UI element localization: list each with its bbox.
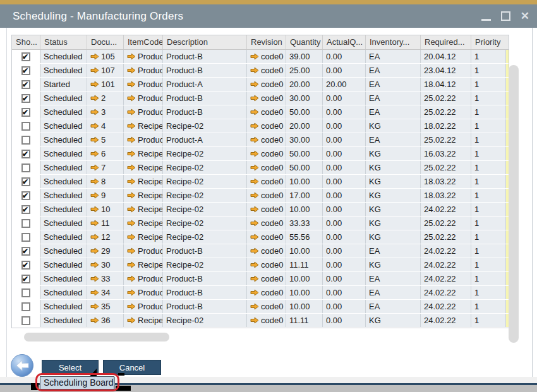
- link-arrow-icon[interactable]: [250, 247, 259, 254]
- row-checkbox[interactable]: ✔: [21, 122, 30, 131]
- table-row[interactable]: ✔ Scheduled 6 Recipe-02 Recipe-02 code0 …: [12, 147, 509, 161]
- link-arrow-icon[interactable]: [127, 81, 136, 88]
- link-arrow-icon[interactable]: [90, 95, 99, 102]
- row-checkbox[interactable]: ✔: [21, 316, 30, 325]
- table-row[interactable]: ✔ Scheduled 3 Product-B Product-B code0 …: [12, 105, 509, 119]
- link-arrow-icon[interactable]: [250, 164, 259, 171]
- link-arrow-icon[interactable]: [90, 164, 99, 171]
- link-arrow-icon[interactable]: [90, 234, 99, 241]
- link-arrow-icon[interactable]: [90, 247, 99, 254]
- link-arrow-icon[interactable]: [127, 261, 136, 268]
- table-row[interactable]: ✔ Scheduled 34 Product-B Product-B code0…: [12, 286, 509, 300]
- row-checkbox[interactable]: ✔: [21, 233, 30, 242]
- link-arrow-icon[interactable]: [250, 289, 259, 296]
- table-row[interactable]: ✔ Scheduled 8 Recipe-02 Recipe-02 code0 …: [12, 175, 509, 189]
- row-checkbox[interactable]: ✔: [21, 275, 30, 283]
- link-arrow-icon[interactable]: [90, 178, 99, 185]
- link-arrow-icon[interactable]: [127, 247, 136, 254]
- link-arrow-icon[interactable]: [127, 178, 136, 185]
- link-arrow-icon[interactable]: [127, 192, 136, 199]
- horizontal-scrollbar-thumb[interactable]: [24, 333, 169, 342]
- row-checkbox[interactable]: ✔: [21, 136, 30, 145]
- row-checkbox[interactable]: ✔: [21, 247, 30, 256]
- link-arrow-icon[interactable]: [127, 317, 136, 324]
- row-checkbox[interactable]: ✔: [21, 261, 30, 270]
- link-arrow-icon[interactable]: [250, 136, 259, 143]
- link-arrow-icon[interactable]: [250, 95, 259, 102]
- link-arrow-icon[interactable]: [127, 275, 136, 282]
- link-arrow-icon[interactable]: [90, 136, 99, 143]
- table-row[interactable]: ✔ Scheduled 4 Recipe-02 Recipe-02 code0 …: [12, 119, 509, 133]
- link-arrow-icon[interactable]: [127, 53, 136, 60]
- row-checkbox[interactable]: ✔: [21, 288, 30, 297]
- link-arrow-icon[interactable]: [250, 81, 259, 88]
- link-arrow-icon[interactable]: [127, 164, 136, 171]
- row-checkbox[interactable]: ✔: [21, 108, 30, 117]
- row-checkbox[interactable]: ✔: [21, 150, 30, 158]
- link-arrow-icon[interactable]: [127, 220, 136, 227]
- back-arrow-button[interactable]: [10, 353, 34, 377]
- link-arrow-icon[interactable]: [127, 136, 136, 143]
- table-row[interactable]: ✔ Scheduled 107 Product-B Product-B code…: [12, 64, 509, 78]
- link-arrow-icon[interactable]: [90, 192, 99, 199]
- link-arrow-icon[interactable]: [250, 234, 259, 241]
- table-row[interactable]: ✔ Scheduled 2 Product-B Product-B code0 …: [12, 92, 509, 105]
- link-arrow-icon[interactable]: [250, 178, 259, 185]
- link-arrow-icon[interactable]: [90, 303, 99, 310]
- close-icon[interactable]: ✕: [521, 11, 529, 21]
- link-arrow-icon[interactable]: [250, 303, 259, 310]
- link-arrow-icon[interactable]: [127, 95, 136, 102]
- link-arrow-icon[interactable]: [90, 150, 99, 157]
- link-arrow-icon[interactable]: [250, 206, 259, 213]
- link-arrow-icon[interactable]: [127, 109, 136, 116]
- maximize-icon[interactable]: [501, 11, 510, 21]
- table-row[interactable]: ✔ Scheduled 12 Recipe-02 Recipe-02 code0…: [12, 230, 509, 244]
- link-arrow-icon[interactable]: [250, 261, 259, 268]
- table-row[interactable]: ✔ Scheduled 11 Recipe-02 Recipe-02 code0…: [12, 217, 509, 230]
- row-checkbox[interactable]: ✔: [21, 94, 30, 103]
- link-arrow-icon[interactable]: [127, 150, 136, 157]
- link-arrow-icon[interactable]: [90, 275, 99, 282]
- link-arrow-icon[interactable]: [90, 220, 99, 227]
- row-checkbox[interactable]: ✔: [21, 66, 30, 75]
- link-arrow-icon[interactable]: [90, 122, 99, 129]
- table-row[interactable]: ✔ Scheduled 105 Product-B Product-B code…: [12, 50, 509, 64]
- link-arrow-icon[interactable]: [127, 303, 136, 310]
- table-row[interactable]: ✔ Started 101 Product-A Product-A code0 …: [12, 78, 509, 92]
- link-arrow-icon[interactable]: [250, 150, 259, 157]
- link-arrow-icon[interactable]: [90, 317, 99, 324]
- link-arrow-icon[interactable]: [250, 275, 259, 282]
- row-checkbox[interactable]: ✔: [21, 52, 30, 61]
- row-checkbox[interactable]: ✔: [21, 80, 30, 89]
- link-arrow-icon[interactable]: [127, 234, 136, 241]
- row-checkbox[interactable]: ✔: [21, 205, 30, 214]
- table-row[interactable]: ✔ Scheduled 29 Product-B Product-B code0…: [12, 244, 509, 258]
- table-row[interactable]: ✔ Scheduled 5 Product-A Product-A code0 …: [12, 133, 509, 147]
- select-button[interactable]: Select: [42, 360, 99, 375]
- minimize-icon[interactable]: [481, 19, 491, 21]
- row-checkbox[interactable]: ✔: [21, 219, 30, 228]
- row-checkbox[interactable]: ✔: [21, 177, 30, 186]
- table-row[interactable]: ✔ Scheduled 36 Recipe-02 Recipe-02 code0…: [12, 314, 509, 328]
- link-arrow-icon[interactable]: [250, 122, 259, 129]
- row-checkbox[interactable]: ✔: [21, 302, 30, 311]
- link-arrow-icon[interactable]: [127, 67, 136, 74]
- table-row[interactable]: ✔ Scheduled 9 Recipe-02 Recipe-02 code0 …: [12, 189, 509, 203]
- titlebar[interactable]: Scheduling - Manufacturing Orders ✕: [0, 4, 537, 28]
- cancel-button[interactable]: Cancel: [103, 360, 161, 375]
- table-row[interactable]: ✔ Scheduled 33 Product-B Product-B code0…: [12, 272, 509, 286]
- table-row[interactable]: ✔ Scheduled 35 Product-B Product-B code0…: [12, 300, 509, 314]
- link-arrow-icon[interactable]: [127, 206, 136, 213]
- row-checkbox[interactable]: ✔: [21, 191, 30, 200]
- link-arrow-icon[interactable]: [250, 317, 259, 324]
- link-arrow-icon[interactable]: [90, 67, 99, 74]
- link-arrow-icon[interactable]: [90, 53, 99, 60]
- link-arrow-icon[interactable]: [127, 289, 136, 296]
- vertical-scrollbar-thumb[interactable]: [509, 65, 519, 343]
- link-arrow-icon[interactable]: [90, 109, 99, 116]
- table-row[interactable]: ✔ Scheduled 10 Recipe-02 Recipe-02 code0…: [12, 203, 509, 217]
- link-arrow-icon[interactable]: [90, 289, 99, 296]
- table-row[interactable]: ✔ Scheduled 7 Recipe-02 Recipe-02 code0 …: [12, 161, 509, 175]
- row-checkbox[interactable]: ✔: [21, 163, 30, 172]
- link-arrow-icon[interactable]: [250, 109, 259, 116]
